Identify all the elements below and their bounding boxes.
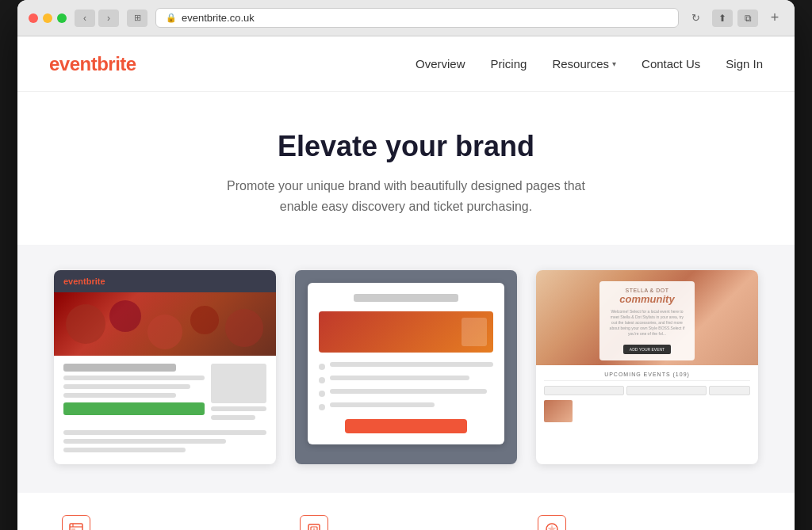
hero-section: Elevate your brand Promote your unique b… bbox=[17, 92, 795, 245]
card3-date-input bbox=[709, 386, 750, 395]
card2-row1 bbox=[319, 362, 493, 371]
site-logo[interactable]: eventbrite bbox=[49, 53, 136, 75]
features-section: Professional out-of-the-box listing page… bbox=[17, 493, 795, 530]
tab-view-button[interactable]: ⊞ bbox=[127, 10, 147, 27]
checkout-icon bbox=[300, 515, 328, 530]
main-nav: Overview Pricing Resources ▾ Contact Us … bbox=[416, 57, 763, 71]
chevron-down-icon: ▾ bbox=[612, 59, 616, 68]
browser-chrome: ‹ › ⊞ 🔒 eventbrite.co.uk ↻ ⬆ ⧉ + bbox=[17, 0, 795, 36]
cards-section: eventbrite bbox=[17, 245, 795, 493]
traffic-lights bbox=[29, 13, 67, 23]
card3-search-input bbox=[544, 386, 624, 395]
maximize-button[interactable] bbox=[57, 13, 67, 23]
card2-hero-image bbox=[319, 311, 493, 353]
card2-checkout-button bbox=[345, 419, 467, 433]
card3-event-row bbox=[544, 400, 750, 422]
nav-item-overview[interactable]: Overview bbox=[416, 57, 465, 71]
nav-item-pricing[interactable]: Pricing bbox=[491, 57, 527, 71]
new-tab-button[interactable]: + bbox=[766, 10, 783, 27]
card1-header: eventbrite bbox=[54, 270, 276, 292]
card1-cta-button bbox=[63, 402, 205, 415]
card2-inner bbox=[308, 283, 504, 444]
nav-item-signin[interactable]: Sign In bbox=[726, 57, 763, 71]
card3-search-row bbox=[544, 386, 750, 395]
card1-bottom-bars bbox=[63, 430, 266, 452]
card1-side-bar2 bbox=[211, 415, 255, 420]
card1-bar1 bbox=[63, 376, 205, 380]
minimize-button[interactable] bbox=[43, 13, 52, 23]
forward-button[interactable]: › bbox=[98, 10, 119, 27]
card1-side-image bbox=[211, 364, 266, 403]
listing-page-card: eventbrite bbox=[54, 270, 276, 464]
card1-body bbox=[54, 356, 276, 464]
card2-dot1 bbox=[319, 364, 325, 370]
card1-side-bar1 bbox=[211, 406, 266, 411]
card1-bar3 bbox=[63, 393, 176, 398]
stella-add-event-button[interactable]: ADD YOUR EVENT bbox=[623, 345, 671, 354]
feature-item-branded: Create a custom branded website Build yo… bbox=[525, 515, 763, 530]
card1-bottom-bar3 bbox=[63, 448, 186, 452]
card2-row3 bbox=[319, 389, 493, 398]
card2-bar3 bbox=[330, 389, 487, 394]
browser-nav-buttons: ‹ › bbox=[75, 10, 119, 27]
card1-bar2 bbox=[63, 384, 190, 389]
card1-bottom-bar1 bbox=[63, 430, 266, 435]
card2-bar1 bbox=[330, 362, 493, 367]
url-text: eventbrite.co.uk bbox=[182, 12, 255, 24]
lock-icon: 🔒 bbox=[166, 13, 177, 23]
card2-row4 bbox=[319, 402, 493, 411]
hero-subtitle: Promote your unique brand with beautiful… bbox=[224, 176, 588, 216]
card1-logo: eventbrite bbox=[63, 276, 105, 286]
stella-subtitle: stella & dot bbox=[609, 288, 685, 293]
browser-actions: ⬆ ⧉ bbox=[712, 10, 758, 27]
address-bar[interactable]: 🔒 eventbrite.co.uk bbox=[155, 8, 679, 28]
stella-overlay: stella & dot community Welcome! Select f… bbox=[599, 281, 695, 360]
card3-body: UPCOMING EVENTS (109) bbox=[536, 365, 758, 429]
card2-bar2 bbox=[330, 376, 469, 380]
card2-row2 bbox=[319, 376, 493, 384]
browser-window: ‹ › ⊞ 🔒 eventbrite.co.uk ↻ ⬆ ⧉ + eventbr… bbox=[17, 0, 795, 530]
hero-title: Elevate your brand bbox=[49, 130, 763, 163]
card3-branded-top: stella & dot community Welcome! Select f… bbox=[536, 270, 758, 365]
nav-item-resources[interactable]: Resources ▾ bbox=[552, 57, 616, 71]
feature-item-listing: Professional out-of-the-box listing page… bbox=[49, 515, 287, 530]
stella-desc: Welcome! Select for a local event here t… bbox=[609, 309, 685, 337]
branded-website-card: stella & dot community Welcome! Select f… bbox=[536, 270, 758, 464]
card2-dot3 bbox=[319, 391, 325, 397]
tabs-button[interactable]: ⧉ bbox=[737, 10, 758, 27]
card1-content-block bbox=[63, 364, 266, 424]
branded-icon bbox=[538, 515, 566, 530]
checkout-embed-card bbox=[295, 270, 517, 464]
card2-dot4 bbox=[319, 404, 325, 410]
card2-header-bar bbox=[354, 294, 458, 302]
upcoming-events-title: UPCOMING EVENTS (109) bbox=[544, 372, 750, 381]
card1-text-area bbox=[63, 364, 205, 424]
site-header: eventbrite Overview Pricing Resources ▾ … bbox=[17, 36, 795, 92]
card1-hero-image bbox=[54, 292, 276, 356]
feature-item-checkout: Embed checkout on your own site Give you… bbox=[287, 515, 525, 530]
stella-title: community bbox=[609, 293, 685, 306]
card2-bar4 bbox=[330, 402, 435, 407]
card1-title-bar bbox=[63, 364, 176, 372]
card3-location-input bbox=[626, 386, 707, 395]
close-button[interactable] bbox=[29, 13, 38, 23]
back-button[interactable]: ‹ bbox=[75, 10, 95, 27]
card3-event-thumbnail bbox=[544, 400, 573, 422]
card2-dot2 bbox=[319, 377, 325, 383]
card1-bottom-bar2 bbox=[63, 439, 226, 444]
card1-right-area bbox=[211, 364, 266, 424]
card2-bars bbox=[319, 362, 493, 411]
page-content: eventbrite Overview Pricing Resources ▾ … bbox=[17, 36, 795, 530]
nav-item-contact[interactable]: Contact Us bbox=[642, 57, 700, 71]
reload-button[interactable]: ↻ bbox=[687, 10, 704, 27]
share-button[interactable]: ⬆ bbox=[712, 10, 733, 27]
listing-icon bbox=[62, 515, 90, 530]
